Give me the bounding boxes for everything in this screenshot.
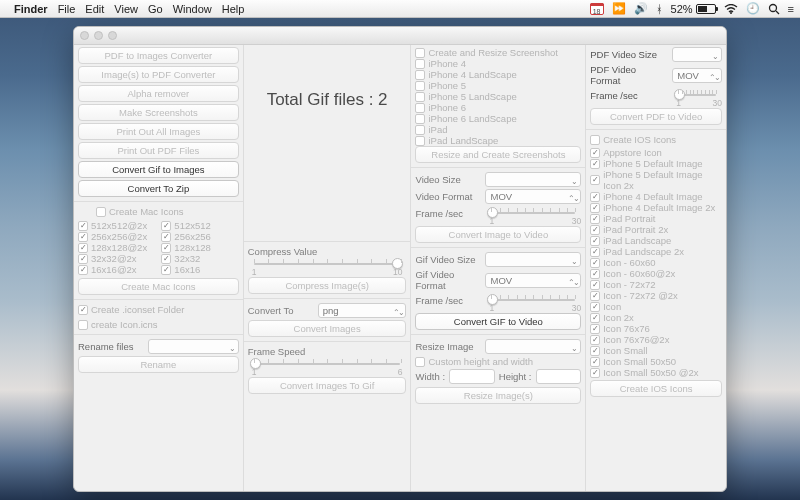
cb-ios-17[interactable] xyxy=(590,346,600,356)
cb-iphone5l[interactable] xyxy=(415,92,425,102)
cb-create-ios-icons[interactable] xyxy=(590,135,600,145)
clock-icon[interactable]: 🕘 xyxy=(746,2,760,15)
cb-512-2x[interactable] xyxy=(78,221,88,231)
btn-convert-images[interactable]: Convert Images xyxy=(248,320,407,337)
cb-iphone5[interactable] xyxy=(415,81,425,91)
btn-rename[interactable]: Rename xyxy=(78,356,239,373)
btn-make-screenshots[interactable]: Make Screenshots xyxy=(78,104,239,121)
cb-create-resize-ss[interactable] xyxy=(415,48,425,58)
select-rename[interactable]: ⌄ xyxy=(148,339,239,354)
btn-resize-images[interactable]: Resize Image(s) xyxy=(415,387,581,404)
btn-create-ios-icons[interactable]: Create IOS Icons xyxy=(590,380,722,397)
slider-compress[interactable]: 1 10 xyxy=(248,257,407,271)
cb-iphone6l[interactable] xyxy=(415,114,425,124)
select-pdf-video-size[interactable]: ⌄ xyxy=(672,47,722,62)
cb-ios-19[interactable] xyxy=(590,368,600,378)
minimize-traffic-light[interactable] xyxy=(94,31,103,40)
cb-ios-3[interactable] xyxy=(590,192,600,202)
cb-ios-9[interactable] xyxy=(590,258,600,268)
btn-print-pdf[interactable]: Print Out PDF Files xyxy=(78,142,239,159)
notification-icon[interactable]: ≡ xyxy=(788,3,794,15)
cb-ipadl[interactable] xyxy=(415,136,425,146)
cb-ios-8[interactable] xyxy=(590,247,600,257)
select-video-format[interactable]: MOV⌃⌄ xyxy=(485,189,581,204)
cb-ios-14[interactable] xyxy=(590,313,600,323)
btn-gif-to-video[interactable]: Convert GIF to Video xyxy=(415,313,581,330)
cb-16-2x[interactable] xyxy=(78,265,88,275)
cb-custom-wh[interactable] xyxy=(415,357,425,367)
menu-file[interactable]: File xyxy=(58,3,76,15)
btn-print-images[interactable]: Print Out All Images xyxy=(78,123,239,140)
btn-pdf-to-images[interactable]: PDF to Images Converter xyxy=(78,47,239,64)
cb-ios-15[interactable] xyxy=(590,324,600,334)
cb-512[interactable] xyxy=(161,221,171,231)
cb-ios-13[interactable] xyxy=(590,302,600,312)
btn-alpha-remover[interactable]: Alpha remover xyxy=(78,85,239,102)
cb-ipad[interactable] xyxy=(415,125,425,135)
select-resize-image[interactable]: ⌄ xyxy=(485,339,581,354)
menu-edit[interactable]: Edit xyxy=(85,3,104,15)
wifi-icon[interactable] xyxy=(724,4,738,14)
cb-128[interactable] xyxy=(161,243,171,253)
cb-iconset[interactable] xyxy=(78,305,88,315)
btn-create-mac-icons[interactable]: Create Mac Icons xyxy=(78,278,239,295)
btn-image-to-video[interactable]: Convert Image to Video xyxy=(415,226,581,243)
select-pdf-video-format[interactable]: MOV⌃⌄ xyxy=(672,68,722,83)
cb-128-2x[interactable] xyxy=(78,243,88,253)
btn-resize-create-ss[interactable]: Resize and Create Screenshots xyxy=(415,146,581,163)
battery-status[interactable]: 52% xyxy=(671,3,716,15)
cb-icns[interactable] xyxy=(78,320,88,330)
zoom-traffic-light[interactable] xyxy=(108,31,117,40)
select-video-size[interactable]: ⌄ xyxy=(485,172,581,187)
cb-ios-2[interactable] xyxy=(590,175,600,185)
menu-window[interactable]: Window xyxy=(173,3,212,15)
input-height[interactable] xyxy=(536,369,582,384)
fastforward-icon[interactable]: ⏩ xyxy=(612,2,626,15)
volume-icon[interactable]: 🔊 xyxy=(634,2,648,15)
menu-view[interactable]: View xyxy=(114,3,138,15)
cb-16[interactable] xyxy=(161,265,171,275)
close-traffic-light[interactable] xyxy=(80,31,89,40)
cb-ios-18[interactable] xyxy=(590,357,600,367)
cb-ios-10[interactable] xyxy=(590,269,600,279)
cb-256-2x[interactable] xyxy=(78,232,88,242)
cb-ios-1[interactable] xyxy=(590,159,600,169)
cb-32[interactable] xyxy=(161,254,171,264)
select-gif-video-format[interactable]: MOV⌃⌄ xyxy=(485,273,581,288)
btn-compress[interactable]: Compress Image(s) xyxy=(248,277,407,294)
btn-images-to-gif[interactable]: Convert Images To Gif xyxy=(248,377,407,394)
btn-gif-to-images[interactable]: Convert Gif to Images xyxy=(78,161,239,178)
btn-images-to-pdf[interactable]: Image(s) to PDF Converter xyxy=(78,66,239,83)
menu-go[interactable]: Go xyxy=(148,3,163,15)
select-convert-to[interactable]: png⌃⌄ xyxy=(318,303,407,318)
select-gif-video-size[interactable]: ⌄ xyxy=(485,252,581,267)
app-name[interactable]: Finder xyxy=(14,3,48,15)
cb-create-mac-icons[interactable] xyxy=(96,207,106,217)
slider-gif-fps[interactable]: 1 30 xyxy=(485,293,581,307)
cb-ios-4[interactable] xyxy=(590,203,600,213)
lbl-compress: Compress Value xyxy=(248,246,407,257)
slider-framespeed[interactable]: 1 6 xyxy=(248,357,407,371)
cb-iphone4l[interactable] xyxy=(415,70,425,80)
calendar-icon[interactable]: 18 xyxy=(590,3,604,15)
cb-ios-16[interactable] xyxy=(590,335,600,345)
cb-ios-11[interactable] xyxy=(590,280,600,290)
cb-iphone4[interactable] xyxy=(415,59,425,69)
cb-ios-7[interactable] xyxy=(590,236,600,246)
slider-pdf-fps[interactable]: 1 30 xyxy=(672,88,722,102)
cb-iphone6[interactable] xyxy=(415,103,425,113)
menu-help[interactable]: Help xyxy=(222,3,245,15)
cb-ios-12[interactable] xyxy=(590,291,600,301)
cb-32-2x[interactable] xyxy=(78,254,88,264)
input-width[interactable] xyxy=(449,369,495,384)
slider-video-fps[interactable]: 1 30 xyxy=(485,206,581,220)
btn-convert-zip[interactable]: Convert To Zip xyxy=(78,180,239,197)
cb-ios-5[interactable] xyxy=(590,214,600,224)
column-video: Create and Resize Screenshot iPhone 4 iP… xyxy=(411,45,586,491)
cb-256[interactable] xyxy=(161,232,171,242)
spotlight-icon[interactable] xyxy=(768,3,780,15)
btn-pdf-to-video[interactable]: Convert PDF to Video xyxy=(590,108,722,125)
bluetooth-icon[interactable]: ᚼ xyxy=(656,3,663,15)
cb-ios-0[interactable] xyxy=(590,148,600,158)
cb-ios-6[interactable] xyxy=(590,225,600,235)
